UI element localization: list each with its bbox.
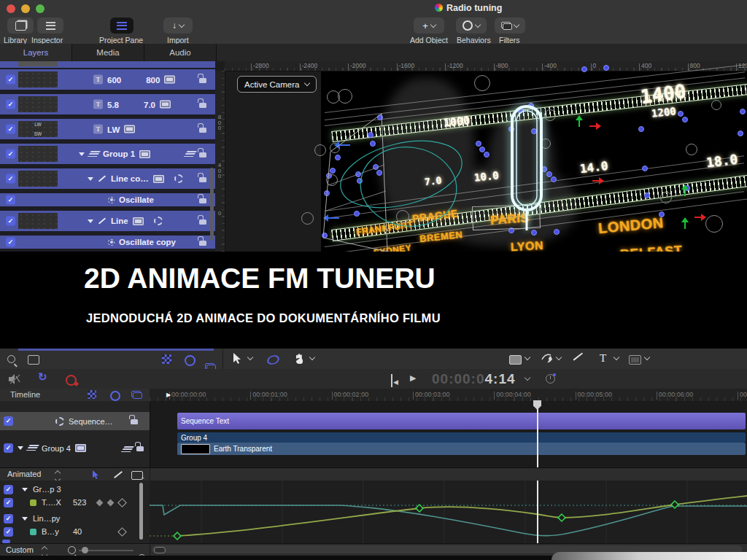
checkbox-icon[interactable]: ✓ <box>4 416 13 426</box>
lock-icon[interactable] <box>199 241 206 246</box>
library-button[interactable] <box>7 18 34 34</box>
zoom-out-icon[interactable] <box>68 546 76 554</box>
select-tool-icon[interactable] <box>233 353 241 364</box>
lock-icon[interactable] <box>136 446 144 451</box>
fit-view-icon[interactable] <box>28 355 39 365</box>
behaviors-button[interactable] <box>456 18 487 34</box>
inspector-button[interactable] <box>37 18 63 34</box>
control-point[interactable] <box>738 131 743 136</box>
control-point[interactable] <box>484 152 489 158</box>
transform-3d-tool-icon[interactable] <box>266 354 280 366</box>
zoom-slider-handle[interactable] <box>82 547 88 553</box>
rectangle-tool-icon[interactable] <box>509 355 522 365</box>
tab-media[interactable]: Media <box>72 44 144 61</box>
kf-mode-select[interactable]: Animated <box>7 470 41 478</box>
tab-audio[interactable]: Audio <box>144 44 217 61</box>
layer-row-5.8[interactable]: ✓T5.87.0 <box>0 94 215 114</box>
control-point[interactable] <box>377 114 383 120</box>
control-point[interactable] <box>531 230 537 236</box>
show-grid-icon[interactable] <box>162 354 171 364</box>
playhead-line[interactable] <box>537 481 538 543</box>
add-keyframe-icon[interactable]: + <box>131 471 143 480</box>
checkbox-icon[interactable]: ✓ <box>4 443 13 453</box>
track-row-sequence[interactable]: ✓ Sequence… <box>4 416 113 426</box>
timeline-overlays-icon[interactable] <box>110 391 120 401</box>
timecode-display[interactable]: 00:00:04:14 <box>432 371 516 387</box>
zoom-tool-icon[interactable] <box>7 355 15 363</box>
chevron-down-icon[interactable] <box>614 354 619 360</box>
disclosure-triangle-icon[interactable] <box>88 177 93 181</box>
timer-icon[interactable] <box>546 374 555 384</box>
disclosure-triangle-icon[interactable] <box>79 152 85 156</box>
control-point[interactable] <box>528 103 534 109</box>
lock-icon[interactable] <box>199 103 206 108</box>
minimize-traffic-light[interactable] <box>21 4 30 13</box>
checkbox-icon[interactable]: ✓ <box>6 125 15 134</box>
disclosure-triangle-icon[interactable] <box>88 219 93 223</box>
control-point[interactable] <box>740 109 746 114</box>
kf-scrollbar[interactable] <box>139 483 143 540</box>
axis-arrow-right-icon[interactable] <box>592 180 603 182</box>
checkbox-icon[interactable]: ✓ <box>6 238 15 247</box>
control-point[interactable] <box>373 164 379 170</box>
keyframe-graph[interactable] <box>150 481 747 543</box>
checkbox-icon[interactable]: ✓ <box>6 75 15 85</box>
mute-icon[interactable] <box>9 374 22 384</box>
add-object-button[interactable]: + <box>414 18 444 34</box>
chevron-down-icon[interactable] <box>525 375 530 381</box>
lock-icon[interactable] <box>199 78 206 83</box>
playhead-line[interactable] <box>537 401 538 467</box>
disclosure-triangle-icon[interactable] <box>22 488 28 491</box>
text-tool-icon[interactable]: T <box>600 352 606 365</box>
control-point[interactable] <box>322 233 328 238</box>
timeline-grid-icon[interactable] <box>88 390 96 399</box>
mask-tool-icon[interactable] <box>629 355 641 365</box>
control-point[interactable] <box>638 126 644 132</box>
curve-preset-select[interactable]: Custom <box>6 545 34 554</box>
loop-icon[interactable]: ↻ <box>38 370 47 384</box>
layer-row-Group 1[interactable]: ✓Group 1 <box>0 144 215 164</box>
control-point[interactable] <box>581 66 587 72</box>
control-point[interactable] <box>642 166 648 171</box>
control-point[interactable] <box>476 141 481 147</box>
bar-sequence-text[interactable]: Sequence Text <box>177 413 746 429</box>
checkbox-icon[interactable]: ✓ <box>4 498 13 508</box>
chevron-down-icon[interactable] <box>644 354 650 360</box>
control-point[interactable] <box>517 107 523 113</box>
chevron-down-icon[interactable] <box>247 354 253 360</box>
next-keyframe-icon[interactable] <box>107 499 115 506</box>
kf-row-B…y[interactable]: ✓B…y40 <box>0 526 150 537</box>
bar-group4[interactable]: Group 4 <box>177 432 746 443</box>
kf-row-Lin…py[interactable]: ✓Lin…py <box>0 513 150 524</box>
keyframe-icon[interactable] <box>117 498 127 508</box>
layers-scrollbar[interactable] <box>210 168 214 241</box>
kf-select-tool-icon[interactable] <box>93 470 99 479</box>
lock-icon[interactable] <box>199 152 206 158</box>
kf-row-T.…X[interactable]: ✓T.…X523 <box>0 497 150 508</box>
lock-icon[interactable] <box>131 419 138 424</box>
keyframe-icon[interactable] <box>117 527 127 537</box>
record-icon[interactable] <box>66 375 77 386</box>
checkbox-icon[interactable]: ✓ <box>4 527 13 537</box>
track-row-group4[interactable]: ✓ Group 4 <box>4 443 86 453</box>
lock-icon[interactable] <box>199 177 206 182</box>
checkbox-icon[interactable]: ✓ <box>4 514 13 524</box>
control-point[interactable] <box>330 168 336 174</box>
control-point[interactable] <box>355 171 361 177</box>
control-point[interactable] <box>551 176 557 182</box>
stepper-icon[interactable] <box>55 471 60 481</box>
checkbox-icon[interactable]: ✓ <box>6 195 15 205</box>
axis-arrow-up-icon[interactable] <box>684 186 686 196</box>
checkbox-icon[interactable]: ✓ <box>6 217 15 226</box>
checkbox-icon[interactable]: ✓ <box>6 174 15 184</box>
layer-row-partial[interactable] <box>0 61 215 68</box>
bezier-tool-icon[interactable] <box>541 352 553 365</box>
pan-tool-icon[interactable] <box>295 353 304 364</box>
zoom-traffic-light[interactable] <box>36 4 44 13</box>
prev-keyframe-icon[interactable] <box>96 499 104 506</box>
kf-row-Gr…p 3[interactable]: ✓Gr…p 3 <box>0 483 150 495</box>
axis-arrow-left-icon[interactable] <box>336 144 350 146</box>
import-button[interactable]: ↓ <box>163 18 193 34</box>
control-point[interactable] <box>354 211 360 217</box>
kf-row-value[interactable]: 40 <box>73 527 82 536</box>
